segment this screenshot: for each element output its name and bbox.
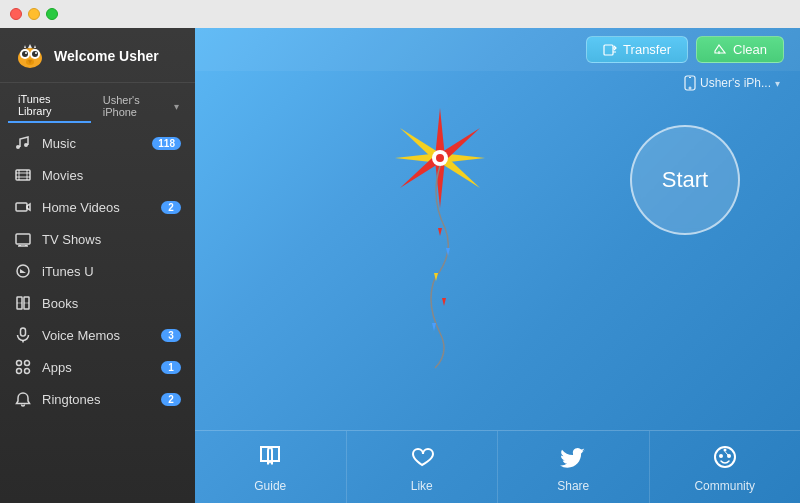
movies-icon — [14, 166, 32, 184]
transfer-button[interactable]: Transfer — [586, 36, 688, 63]
books-icon — [14, 294, 32, 312]
kite-svg — [380, 78, 500, 378]
svg-rect-29 — [21, 328, 26, 336]
transfer-icon — [603, 43, 617, 57]
share-icon — [559, 443, 587, 475]
tv-shows-label: TV Shows — [42, 232, 181, 247]
sidebar-nav: Music 118 Movies — [0, 123, 195, 503]
svg-rect-36 — [685, 76, 695, 90]
device-chevron-icon: ▾ — [775, 78, 780, 89]
svg-point-32 — [25, 361, 30, 366]
svg-point-48 — [436, 154, 444, 162]
svg-marker-8 — [24, 45, 26, 48]
sidebar-item-apps[interactable]: Apps 1 — [0, 351, 195, 383]
svg-marker-49 — [438, 228, 442, 236]
svg-point-34 — [25, 369, 30, 374]
svg-point-4 — [32, 51, 38, 57]
clean-button[interactable]: Clean — [696, 36, 784, 63]
music-badge: 118 — [152, 137, 181, 150]
svg-rect-20 — [16, 234, 30, 244]
itunes-u-icon — [14, 262, 32, 280]
voice-memos-label: Voice Memos — [42, 328, 161, 343]
tv-shows-icon — [14, 230, 32, 248]
svg-point-13 — [24, 143, 28, 147]
home-videos-icon — [14, 198, 32, 216]
sidebar-item-books[interactable]: Books — [0, 287, 195, 319]
music-label: Music — [42, 136, 152, 151]
apps-label: Apps — [42, 360, 161, 375]
clean-icon — [713, 43, 727, 57]
iphone-small-icon — [684, 75, 696, 91]
svg-point-5 — [25, 52, 27, 54]
like-label: Like — [411, 479, 433, 493]
owl-icon — [14, 40, 46, 72]
svg-point-31 — [17, 361, 22, 366]
content-toolbar: Transfer Clean — [195, 28, 800, 71]
maximize-button[interactable] — [46, 8, 58, 20]
app-title: Welcome Usher — [54, 48, 159, 64]
apps-icon — [14, 358, 32, 376]
app-title-row: Welcome Usher — [14, 40, 181, 72]
sidebar-item-voice-memos[interactable]: Voice Memos 3 — [0, 319, 195, 351]
sidebar-item-music[interactable]: Music 118 — [0, 127, 195, 159]
tab-itunes-library[interactable]: iTunes Library — [8, 89, 91, 123]
sidebar-item-home-videos[interactable]: Home Videos 2 — [0, 191, 195, 223]
svg-marker-46 — [400, 158, 438, 188]
svg-marker-53 — [432, 323, 436, 331]
sidebar-tabs: iTunes Library Usher's iPhone ▾ — [0, 83, 195, 123]
svg-point-57 — [723, 449, 726, 452]
svg-point-6 — [35, 52, 37, 54]
tab-device[interactable]: Usher's iPhone ▾ — [95, 89, 187, 123]
svg-marker-52 — [442, 298, 446, 306]
svg-rect-14 — [16, 170, 30, 180]
bottom-item-guide[interactable]: Guide — [195, 431, 347, 503]
voice-memos-icon — [14, 326, 32, 344]
svg-point-38 — [689, 87, 691, 89]
start-button[interactable]: Start — [630, 125, 740, 235]
minimize-button[interactable] — [28, 8, 40, 20]
svg-line-58 — [725, 452, 728, 456]
main-container: Welcome Usher iTunes Library Usher's iPh… — [0, 28, 800, 503]
music-icon — [14, 134, 32, 152]
svg-marker-45 — [400, 128, 438, 158]
svg-marker-44 — [442, 158, 480, 188]
books-label: Books — [42, 296, 181, 311]
like-icon — [408, 443, 436, 475]
sidebar-item-itunes-u[interactable]: iTunes U — [0, 255, 195, 287]
home-videos-label: Home Videos — [42, 200, 161, 215]
titlebar — [0, 0, 800, 28]
kite-decoration — [380, 78, 500, 378]
bottom-item-share[interactable]: Share — [498, 431, 650, 503]
apps-badge: 1 — [161, 361, 181, 374]
sidebar: Welcome Usher iTunes Library Usher's iPh… — [0, 28, 195, 503]
svg-rect-35 — [604, 45, 613, 55]
sidebar-item-tv-shows[interactable]: TV Shows — [0, 223, 195, 255]
sidebar-item-movies[interactable]: Movies — [0, 159, 195, 191]
share-label: Share — [557, 479, 589, 493]
svg-marker-9 — [34, 45, 36, 48]
sidebar-item-ringtones[interactable]: Ringtones 2 — [0, 383, 195, 415]
community-icon — [711, 443, 739, 475]
ringtones-badge: 2 — [161, 393, 181, 406]
ringtones-label: Ringtones — [42, 392, 161, 407]
close-button[interactable] — [10, 8, 22, 20]
community-label: Community — [694, 479, 755, 493]
bottom-item-community[interactable]: Community — [650, 431, 801, 503]
traffic-lights — [10, 8, 58, 20]
chevron-down-icon: ▾ — [174, 101, 179, 112]
device-name-label: Usher's iPh... — [700, 76, 771, 90]
content-area: Transfer Clean Usher's iPh... ▾ — [195, 28, 800, 503]
svg-point-33 — [17, 369, 22, 374]
voice-memos-badge: 3 — [161, 329, 181, 342]
svg-point-12 — [16, 145, 20, 149]
bottom-item-like[interactable]: Like — [347, 431, 499, 503]
guide-label: Guide — [254, 479, 286, 493]
svg-rect-19 — [16, 203, 27, 211]
home-videos-badge: 2 — [161, 201, 181, 214]
ringtones-icon — [14, 390, 32, 408]
svg-point-55 — [719, 454, 723, 458]
movies-label: Movies — [42, 168, 181, 183]
bottom-bar: Guide Like Share — [195, 430, 800, 503]
svg-marker-7 — [28, 44, 32, 48]
sidebar-header: Welcome Usher — [0, 28, 195, 83]
